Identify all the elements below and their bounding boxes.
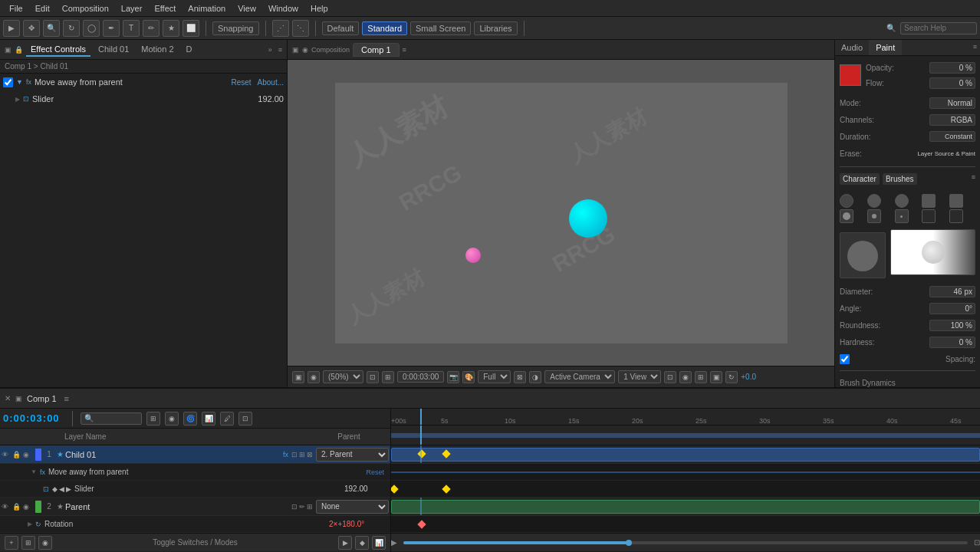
- subrow-keyframe-icon[interactable]: ◆: [52, 485, 58, 493]
- effect-slider-row[interactable]: ▶ ⊡ Slider 192.00: [0, 90, 287, 107]
- comp-extra1-icon[interactable]: ⊡: [664, 371, 676, 383]
- footer-new-layer-btn[interactable]: +: [5, 536, 18, 550]
- comp-color-icon[interactable]: 🎨: [462, 371, 475, 383]
- subrow-slider-value[interactable]: 192.00: [344, 485, 390, 493]
- tool-pen[interactable]: ✒: [103, 20, 120, 37]
- keyframe-rotation[interactable]: [417, 520, 426, 528]
- track-footer-scrubber[interactable]: [403, 541, 968, 544]
- roundness-value[interactable]: 100 %: [929, 320, 975, 331]
- layer-extra2-icon[interactable]: ✏: [299, 503, 305, 511]
- tool-eraser[interactable]: ⬜: [183, 20, 199, 37]
- track-row-1[interactable]: [391, 445, 980, 464]
- layer-lock-icon-1[interactable]: 🔒: [12, 451, 23, 458]
- quality-select[interactable]: Full: [478, 370, 511, 383]
- effect-reset-button[interactable]: Reset: [231, 78, 251, 87]
- tool-magnet[interactable]: ⋰: [272, 20, 289, 37]
- brushes-tab[interactable]: Brushes: [883, 173, 917, 185]
- layer-warp-icon[interactable]: ⊡: [291, 451, 298, 458]
- tool-brush[interactable]: ✏: [143, 20, 159, 37]
- layer-3d-icon[interactable]: ⊞: [299, 451, 305, 458]
- layer-shy-icon-2[interactable]: ◉: [23, 503, 34, 511]
- footer-guide-btn[interactable]: ◉: [38, 536, 52, 550]
- subrow-reset-button[interactable]: Reset: [366, 468, 384, 476]
- tl-btn-paint[interactable]: 🖊: [220, 412, 234, 426]
- menu-edit[interactable]: Edit: [29, 2, 56, 15]
- layer-visibility-icon-1[interactable]: 👁: [2, 451, 12, 458]
- angle-value[interactable]: 0°: [929, 303, 975, 314]
- layer-search-input[interactable]: [81, 412, 142, 425]
- brush-preset-1[interactable]: [840, 194, 853, 208]
- tl-btn-motion-blur[interactable]: 🌀: [183, 412, 197, 426]
- panel-menu-icon[interactable]: ≡: [278, 46, 282, 54]
- layer-parent-select-2[interactable]: None: [316, 500, 389, 514]
- menu-layer[interactable]: Layer: [115, 2, 149, 15]
- tab-child[interactable]: Child 01: [94, 43, 133, 57]
- tl-btn-extra1[interactable]: ⊡: [238, 412, 252, 426]
- layer-parent-select-1[interactable]: 2. Parent: [316, 448, 389, 462]
- tool-shape[interactable]: ◯: [83, 20, 100, 37]
- menu-help[interactable]: Help: [304, 2, 334, 15]
- footer-play-btn[interactable]: ▶: [338, 536, 352, 550]
- work-area-bar[interactable]: [391, 433, 980, 438]
- slider-value[interactable]: 192.00: [238, 94, 284, 104]
- track-footer-play-icon[interactable]: ▶: [391, 538, 397, 547]
- workspace-default[interactable]: Default: [322, 21, 360, 35]
- layer-extra3-icon[interactable]: ⊞: [307, 503, 313, 511]
- menu-file[interactable]: File: [3, 2, 29, 15]
- snapping-toggle[interactable]: Snapping: [212, 21, 259, 35]
- comp-camera-icon[interactable]: 📷: [447, 371, 459, 383]
- brush-preset-4[interactable]: [922, 194, 936, 208]
- workspace-standard[interactable]: Standard: [362, 21, 407, 35]
- brush-preset-2[interactable]: [867, 194, 881, 208]
- workspace-libraries[interactable]: Libraries: [474, 21, 517, 35]
- erase-value[interactable]: Layer Source & Paint: [917, 150, 975, 157]
- comp-extra3-icon[interactable]: ⊞: [695, 371, 707, 383]
- camera-select[interactable]: Active Camera: [544, 370, 615, 383]
- layer-row-child01[interactable]: 👁 🔒 ◉ 1 ★ Child 01 fx ⊡ ⊞ ⊠ 2. Parent: [0, 445, 390, 464]
- subrow-prev-key-icon[interactable]: ◀: [59, 485, 64, 493]
- spacing-checkbox[interactable]: [840, 354, 850, 364]
- effect-enable-checkbox[interactable]: [3, 77, 13, 87]
- toggle-switches-label[interactable]: Toggle Switches / Modes: [55, 538, 335, 547]
- workspace-small-screen[interactable]: Small Screen: [410, 21, 471, 35]
- composition-viewport[interactable]: 人人素材 RRCG RRCG 人人素材 人人素材: [288, 60, 834, 366]
- flow-value[interactable]: 0 %: [929, 77, 975, 89]
- footer-graph-btn[interactable]: 📊: [372, 536, 386, 550]
- tab-audio[interactable]: Audio: [835, 40, 870, 55]
- panel-expand-icon[interactable]: »: [268, 46, 272, 54]
- layer-visibility-icon-2[interactable]: 👁: [2, 503, 12, 511]
- tool-text[interactable]: T: [123, 20, 140, 37]
- tab-paint[interactable]: Paint: [870, 40, 902, 55]
- effect-move-away[interactable]: ▼ fx Move away from parent Reset About..…: [0, 74, 287, 90]
- menu-window[interactable]: Window: [262, 2, 304, 15]
- brush-preview-2[interactable]: [949, 209, 963, 223]
- duration-value[interactable]: Constant: [929, 131, 975, 142]
- track-footer-extra[interactable]: ⊡: [974, 538, 980, 547]
- views-select[interactable]: 1 View: [618, 370, 661, 383]
- menu-effect[interactable]: Effect: [148, 2, 182, 15]
- tl-btn-solo[interactable]: ◉: [165, 412, 179, 426]
- track-bar-1[interactable]: [391, 448, 980, 462]
- layer-shy-icon-1[interactable]: ◉: [23, 451, 34, 458]
- tool-clone[interactable]: ★: [163, 20, 179, 37]
- playhead[interactable]: [420, 409, 422, 425]
- comp-render-icon[interactable]: ▣: [292, 371, 304, 383]
- timeline-time[interactable]: 0:00:03:00: [3, 412, 64, 424]
- brush-preset-5[interactable]: [949, 194, 963, 208]
- comp-depth-icon[interactable]: ◑: [529, 371, 541, 383]
- effect-about-button[interactable]: About...: [258, 78, 284, 87]
- footer-parent-btn[interactable]: ⊞: [21, 536, 35, 550]
- track-row-2[interactable]: [391, 498, 980, 516]
- keyframe-slider-2[interactable]: [442, 485, 450, 493]
- subrow-next-key-icon[interactable]: ▶: [66, 485, 71, 493]
- hardness-value[interactable]: 0 %: [929, 337, 975, 348]
- zoom-select[interactable]: (50%): [323, 370, 363, 383]
- tool-zoom[interactable]: 🔍: [43, 20, 60, 37]
- brush-preset-3[interactable]: [895, 194, 909, 208]
- character-tab[interactable]: Character: [840, 173, 880, 185]
- tl-btn-graph[interactable]: 📊: [202, 412, 215, 426]
- brushes-menu-icon[interactable]: ≡: [972, 173, 975, 185]
- tool-select[interactable]: ▶: [3, 20, 20, 37]
- tab-d[interactable]: D: [182, 43, 197, 57]
- comp-grid-icon[interactable]: ⊞: [382, 371, 394, 383]
